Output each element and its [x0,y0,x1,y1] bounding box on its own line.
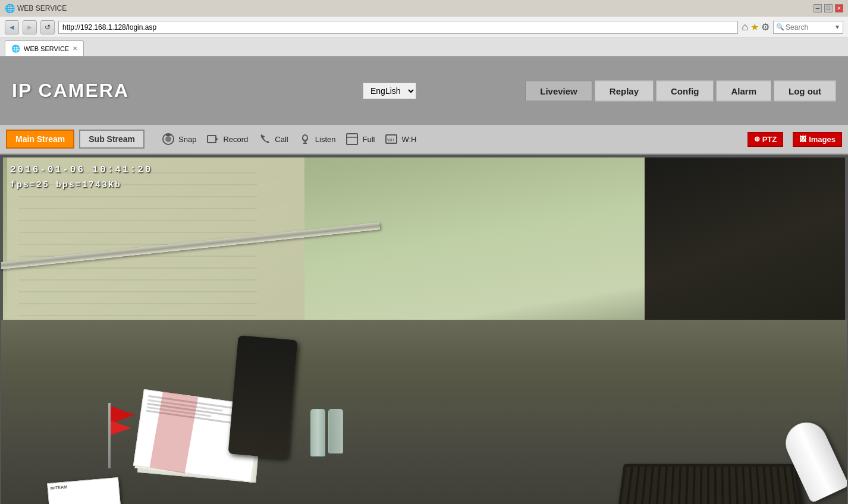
snap-icon [161,132,175,146]
browser-title: WEB SERVICE [17,4,67,12]
svg-rect-3 [208,136,216,143]
record-control[interactable]: Record [206,132,248,146]
maximize-button[interactable]: □ [824,4,833,12]
config-button[interactable]: Config [656,80,714,101]
refresh-button[interactable]: ↺ [40,20,55,34]
white-box-device: M•TEAM [47,477,122,504]
full-control[interactable]: Full [345,132,375,146]
svg-text:WH: WH [387,138,394,142]
wh-label: W:H [401,135,416,144]
wh-control[interactable]: WH W:H [384,132,416,146]
app-logo: IP CAMERA [12,80,129,102]
phone-device [228,335,297,459]
address-bar: ◄ ► ↺ ⌂ ★ ⚙ 🔍 ▼ [0,17,848,38]
close-window-button[interactable]: ✕ [835,4,843,12]
window-controls: ─ □ ✕ [814,4,843,12]
sub-stream-tab[interactable]: Sub Stream [79,130,145,149]
replay-button[interactable]: Replay [595,80,654,101]
alarm-button[interactable]: Alarm [716,80,771,101]
images-icon: 🖼 [799,135,806,143]
app-container: IP CAMERA EngLish Chinese Liveview Repla… [0,56,848,504]
wh-icon: WH [384,132,398,146]
home-icon[interactable]: ⌂ [742,21,748,33]
language-selector[interactable]: EngLish Chinese [363,83,416,99]
record-icon [206,132,220,146]
images-button[interactable]: 🖼 Images [793,132,842,147]
camera-view: M•TEAM [0,155,848,504]
snap-label: Snap [178,135,196,144]
call-icon [257,132,272,146]
listen-icon [298,132,312,146]
call-control[interactable]: Call [257,132,288,146]
stream-controls: Snap Record Call Listen [161,132,416,146]
logout-button[interactable]: Log out [774,80,836,101]
keyboard [618,464,803,504]
language-dropdown[interactable]: EngLish Chinese [363,83,416,99]
svg-marker-4 [216,137,218,141]
tabs-bar: 🌐 WEB SERVICE ✕ [0,38,848,56]
red-flag [102,403,111,468]
title-bar: 🌐 WEB SERVICE ─ □ ✕ [0,0,848,17]
search-icon: 🔍 [776,23,784,31]
record-label: Record [223,135,248,144]
snap-control[interactable]: Snap [161,132,196,146]
svg-rect-2 [166,134,171,136]
monitor-area [645,156,847,334]
ptz-icon: ⊕ [754,135,760,143]
svg-point-1 [165,136,171,142]
listen-control[interactable]: Listen [298,132,336,146]
timestamp-text: 2016-01-06 10:41:20 [10,163,152,178]
address-input[interactable] [58,21,738,34]
browser-icon: 🌐 [5,4,15,13]
listen-label: Listen [315,135,336,144]
browser-chrome: 🌐 WEB SERVICE ─ □ ✕ ◄ ► ↺ ⌂ ★ ⚙ 🔍 ▼ 🌐 WE… [0,0,848,56]
svg-rect-8 [347,134,357,144]
active-tab[interactable]: 🌐 WEB SERVICE ✕ [5,40,84,56]
settings-icon[interactable]: ⚙ [761,21,770,33]
close-tab-button[interactable]: ✕ [73,45,77,52]
stream-bar: Main Stream Sub Stream Snap Record [0,125,848,155]
timestamp-overlay: 2016-01-06 10:41:20 fps=25 bps=1743Kb [10,163,152,193]
tab-label: WEB SERVICE [24,45,69,52]
minimize-button[interactable]: ─ [814,4,822,12]
call-label: Call [275,135,288,144]
full-icon [345,132,359,146]
desk-surface: M•TEAM [1,320,847,504]
right-controls: ⊕ PTZ 🖼 Images [748,132,842,147]
liveview-button[interactable]: Liveview [525,80,592,101]
search-input[interactable] [786,23,833,32]
water-bottles [310,409,343,456]
forward-button[interactable]: ► [23,20,37,34]
camera-scene: M•TEAM [1,156,847,504]
full-label: Full [362,135,375,144]
ptz-button[interactable]: ⊕ PTZ [748,132,784,147]
search-dropdown-icon[interactable]: ▼ [834,24,840,30]
stats-text: fps=25 bps=1743Kb [10,178,152,193]
star-icon[interactable]: ★ [750,21,759,33]
tab-favicon: 🌐 [11,45,20,53]
nav-buttons: Liveview Replay Config Alarm Log out [525,80,836,101]
main-stream-tab[interactable]: Main Stream [6,130,74,149]
back-button[interactable]: ◄ [5,20,19,34]
app-header: IP CAMERA EngLish Chinese Liveview Repla… [0,56,848,125]
